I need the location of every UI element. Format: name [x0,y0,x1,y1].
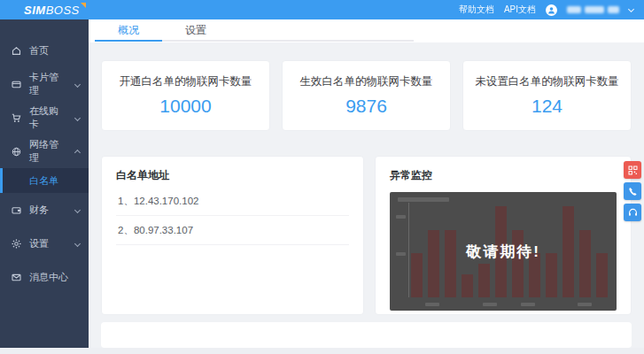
stats-row: 开通白名单的物联网卡数量 10000 生效白名单的物联网卡数量 9876 未设置… [101,60,632,131]
floating-action-buttons [624,161,641,221]
gear-icon [12,239,21,249]
header-actions: 帮助文档 API文档 [459,4,633,16]
stat-title: 开通白名单的物联网卡数量 [120,74,252,89]
sidebar-item-label: 网络管理 [29,138,67,165]
qrcode-button[interactable] [624,161,641,179]
brand-logo-light: BOSS [46,4,80,17]
person-icon [547,6,555,14]
wallet-icon [12,205,21,215]
sidebar-item-label: 卡片管理 [29,71,67,97]
chevron-down-icon [74,206,81,212]
api-docs-link[interactable]: API文档 [504,4,536,16]
sidebar-item-network-mgmt[interactable]: 网络管理 [0,135,89,168]
sidebar-item-label: 财务 [29,204,49,217]
stat-card-unset: 未设置白名单的物联网卡数量 124 [462,60,632,131]
sidebar-nav: 首页 卡片管理 在线购卡 网络管理 [0,19,89,348]
monitor-chart: 敬请期待! [390,192,617,311]
tab-bar: 概况 设置 [89,19,644,42]
phone-icon [628,187,638,196]
home-icon [12,46,21,56]
sidebar-item-message-center[interactable]: 消息中心 [0,260,89,294]
sidebar-subitem-label: 白名单 [29,174,58,188]
monitor-panel-title: 异常监控 [390,168,617,183]
user-phone-redacted[interactable] [567,6,619,13]
phone-contact-button[interactable] [624,182,641,200]
user-avatar-icon[interactable] [546,4,557,16]
whitelist-panel: 白名单地址 1、12.43.170.102 2、80.97.33.107 [101,156,364,315]
bottom-partial-card [101,322,632,348]
message-icon [12,273,21,282]
sidebar-item-label: 设置 [29,237,49,250]
whitelist-ip-item: 2、80.97.33.107 [116,216,349,245]
card-icon [12,80,21,89]
monitor-panel: 异常监控 敬请期待! [375,156,632,315]
network-icon [12,147,21,157]
tab-active-indicator [95,40,162,42]
brand-logo[interactable]: SIMBOSS [24,4,86,17]
chevron-down-icon [74,114,81,120]
stat-value[interactable]: 124 [531,96,563,117]
sidebar-item-finance[interactable]: 财务 [0,193,89,227]
top-header: SIMBOSS 帮助文档 API文档 [0,0,644,19]
stat-title: 生效白名单的物联网卡数量 [300,74,433,89]
sidebar-item-card-mgmt[interactable]: 卡片管理 [0,67,89,101]
sidebar-item-label: 消息中心 [29,271,68,284]
chevron-down-icon [74,240,81,246]
sidebar-item-buy-cards[interactable]: 在线购卡 [0,101,89,135]
panels-row: 白名单地址 1、12.43.170.102 2、80.97.33.107 异常监… [101,156,632,315]
qrcode-icon [628,165,638,175]
whitelist-panel-title: 白名单地址 [116,168,349,183]
chevron-down-icon[interactable] [628,5,634,12]
headset-icon [628,208,638,218]
sidebar-item-settings[interactable]: 设置 [0,227,89,260]
app-window: SIMBOSS 帮助文档 API文档 首页 [0,0,644,354]
chevron-up-icon [74,150,81,156]
brand-logo-bold: SIM [24,4,46,17]
cart-icon [12,113,21,123]
stat-card-opened: 开通白名单的物联网卡数量 10000 [101,60,270,131]
sidebar-item-label: 首页 [29,44,49,58]
stat-card-effective: 生效白名单的物联网卡数量 9876 [282,60,451,131]
main-area: 概况 设置 开通白名单的物联网卡数量 10000 生效白名单的物联网卡数量 98… [89,19,644,348]
coming-soon-overlay: 敬请期待! [390,192,617,311]
customer-service-button[interactable] [624,204,641,221]
chevron-down-icon [74,81,81,87]
stat-value[interactable]: 10000 [159,96,211,117]
stat-value[interactable]: 9876 [345,96,387,117]
whitelist-list: 1、12.43.170.102 2、80.97.33.107 [116,187,349,245]
whitelist-ip-item: 1、12.43.170.102 [116,187,349,216]
sidebar-item-home[interactable]: 首页 [0,34,89,67]
overview-content: 开通白名单的物联网卡数量 10000 生效白名单的物联网卡数量 9876 未设置… [89,42,644,348]
sidebar-item-label: 在线购卡 [29,104,67,131]
brand-flag-icon [81,3,86,8]
sidebar-subitem-whitelist[interactable]: 白名单 [0,168,89,193]
help-docs-link[interactable]: 帮助文档 [459,4,494,16]
stat-title: 未设置白名单的物联网卡数量 [475,74,619,89]
